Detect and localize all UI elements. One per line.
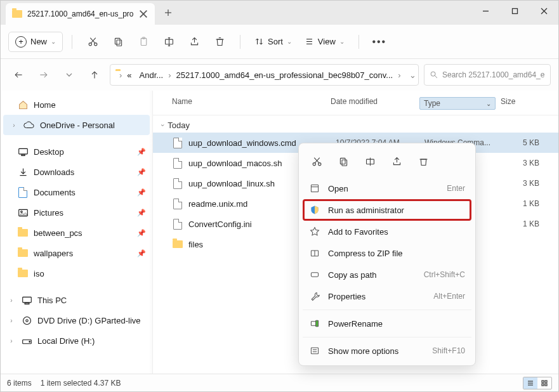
desktop-icon: [17, 146, 29, 157]
md-file-icon: [172, 198, 183, 209]
sidebar-item-thispc[interactable]: › This PC: [1, 290, 152, 310]
address-bar[interactable]: › « Andr... › 25217.1000_amd64_en-us_pro…: [110, 64, 419, 86]
svg-rect-38: [22, 297, 31, 303]
svg-line-11: [90, 38, 95, 44]
sidebar-item-onedrive[interactable]: › OneDrive - Personal: [3, 115, 150, 135]
ini-file-icon: [172, 218, 183, 230]
close-window-button[interactable]: [529, 1, 558, 21]
svg-point-30: [431, 72, 435, 76]
svg-rect-68: [542, 384, 544, 386]
svg-rect-49: [341, 159, 346, 165]
sidebar-item-dvd[interactable]: › DVD Drive (D:) GParted-live: [1, 310, 152, 330]
sidebar-item-desktop[interactable]: Desktop 📌: [1, 141, 152, 162]
chevron-right-icon: ›: [7, 297, 16, 304]
back-button[interactable]: [8, 65, 29, 85]
sh-file-icon: [172, 178, 183, 189]
close-tab-button[interactable]: [138, 9, 148, 19]
shield-icon: [309, 204, 320, 216]
pin-icon: 📌: [137, 148, 146, 156]
chevron-right-icon: ›: [7, 317, 16, 324]
view-button[interactable]: View ⌄: [299, 33, 350, 50]
ctx-powerrename[interactable]: PowerRename: [303, 313, 471, 334]
sidebar-item-folder[interactable]: between_pcs 📌: [1, 223, 152, 243]
folder-icon: [172, 238, 183, 250]
sidebar-item-folder[interactable]: iso: [1, 263, 152, 284]
disc-icon: [21, 315, 32, 326]
chevron-down-icon: ⌄: [287, 38, 292, 45]
sort-button[interactable]: Sort ⌄: [249, 33, 297, 50]
tab-title: 25217.1000_amd64_en-us_pro: [27, 10, 133, 18]
svg-point-41: [25, 319, 27, 321]
ctx-cut-button[interactable]: [305, 151, 328, 171]
sort-label: Sort: [268, 37, 283, 46]
svg-rect-60: [311, 348, 318, 354]
sidebar-item-home[interactable]: Home: [1, 95, 152, 115]
more-button[interactable]: •••: [368, 30, 391, 53]
sidebar-item-downloads[interactable]: Downloads 📌: [1, 162, 152, 182]
rename-button[interactable]: [157, 30, 180, 53]
icons-view-button[interactable]: [537, 377, 551, 389]
paste-button[interactable]: [132, 30, 155, 53]
ctx-copy-button[interactable]: [332, 151, 355, 171]
sidebar-item-folder[interactable]: wallpapers 📌: [1, 243, 152, 263]
folder-icon: [17, 247, 29, 259]
new-tab-button[interactable]: [159, 3, 178, 22]
ctx-copy-path[interactable]: Copy as path Ctrl+Shift+C: [303, 264, 471, 285]
drive-icon: [21, 335, 32, 346]
search-box[interactable]: [424, 64, 551, 86]
cut-button[interactable]: [81, 30, 104, 53]
ctx-share-button[interactable]: [385, 151, 408, 171]
copy-button[interactable]: [107, 30, 129, 53]
breadcrumb-prefix[interactable]: «: [124, 69, 134, 81]
new-button[interactable]: + New ⌄: [8, 32, 63, 52]
chevron-right-icon: ›: [7, 337, 16, 344]
chevron-right-icon: ›: [10, 122, 18, 129]
column-date[interactable]: Date modified: [331, 97, 419, 110]
svg-line-47: [314, 157, 319, 162]
ctx-rename-button[interactable]: [358, 151, 381, 171]
up-button[interactable]: [84, 65, 105, 85]
forward-button[interactable]: [34, 65, 54, 85]
ctx-add-favorites[interactable]: Add to Favorites: [303, 221, 471, 242]
minimize-button[interactable]: [471, 1, 500, 21]
breadcrumb-item[interactable]: Andr...: [137, 69, 166, 81]
cloud-icon: [23, 119, 35, 131]
cmd-file-icon: [172, 137, 183, 148]
svg-rect-33: [21, 154, 24, 155]
column-size[interactable]: Size: [501, 97, 546, 110]
column-name[interactable]: Name: [166, 97, 331, 110]
svg-rect-67: [545, 381, 547, 382]
ctx-delete-button[interactable]: [412, 151, 435, 171]
svg-rect-53: [311, 185, 318, 192]
breadcrumb-item[interactable]: 25217.1000_amd64_en-us_professional_bec9…: [174, 69, 396, 81]
address-dropdown[interactable]: ⌄: [405, 70, 419, 80]
group-header[interactable]: › Today: [153, 115, 558, 133]
ctx-run-as-admin[interactable]: Run as administrator: [303, 199, 471, 221]
sidebar-item-pictures[interactable]: Pictures 📌: [1, 202, 152, 223]
open-icon: [309, 183, 320, 194]
window-tab[interactable]: 25217.1000_amd64_en-us_pro: [6, 3, 155, 25]
recent-button[interactable]: [59, 65, 79, 85]
delete-button[interactable]: [208, 30, 231, 53]
svg-point-44: [313, 162, 315, 165]
svg-rect-14: [141, 38, 147, 45]
downloads-icon: [17, 166, 29, 178]
toolbar: + New ⌄ Sort ⌄ View ⌄ •••: [1, 25, 558, 59]
ctx-show-more[interactable]: Show more options Shift+F10: [303, 340, 471, 362]
pin-icon: 📌: [137, 229, 146, 237]
search-input[interactable]: [442, 70, 545, 79]
new-label: New: [30, 37, 47, 46]
share-button[interactable]: [183, 30, 206, 53]
ctx-compress[interactable]: Compress to ZIP file: [303, 242, 471, 264]
pictures-icon: [17, 207, 29, 218]
home-icon: [17, 99, 29, 110]
column-type[interactable]: Type⌄: [419, 97, 496, 110]
sidebar-item-documents[interactable]: Documents 📌: [1, 182, 152, 202]
ctx-properties[interactable]: Properties Alt+Enter: [303, 285, 471, 307]
svg-point-40: [23, 317, 30, 324]
ctx-open[interactable]: Open Enter: [303, 178, 471, 199]
sidebar-item-drive[interactable]: › Local Drive (H:): [1, 330, 152, 351]
details-view-button[interactable]: [523, 377, 537, 389]
pin-icon: 📌: [137, 209, 146, 217]
maximize-button[interactable]: [500, 1, 529, 21]
